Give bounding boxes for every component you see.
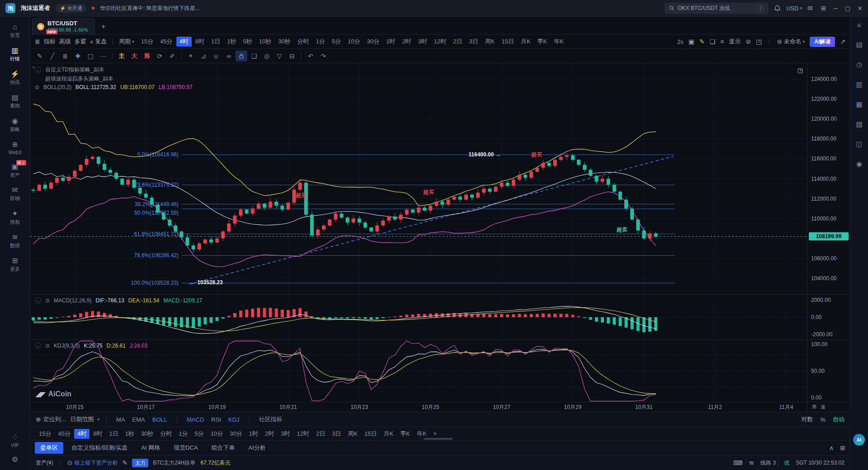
timeframe-10分[interactable]: 10分 (344, 37, 363, 47)
text-note-tool-icon[interactable]: ❏ (248, 51, 260, 61)
hide-drawings-icon[interactable]: ⊘ (745, 38, 751, 45)
community-indicators[interactable]: 社区指标 (259, 415, 283, 423)
timeframe-月K[interactable]: 月K (518, 37, 534, 47)
timeframe-5秒[interactable]: 5秒 (240, 37, 255, 47)
filter-tool-icon[interactable]: ▽ (274, 51, 285, 61)
trendline-tool-icon[interactable]: ╱ (47, 51, 58, 61)
timeframe-10分[interactable]: 10分 (208, 429, 226, 439)
add-tab-button[interactable]: + (101, 23, 105, 31)
sidebar-item-news[interactable]: ▤要闻 (0, 90, 30, 113)
timeframe-2时[interactable]: 2时 (262, 429, 277, 439)
not-activated-badge[interactable]: ⚡ 未开通 (56, 4, 86, 13)
measure-tool-icon[interactable]: ⊿ (198, 51, 209, 61)
brush-tool-icon[interactable]: ✐ (166, 51, 178, 61)
timeframe-10秒[interactable]: 10秒 (256, 37, 274, 47)
timeframe-3时[interactable]: 3时 (278, 429, 293, 439)
timeframe-5分[interactable]: 5分 (329, 37, 344, 47)
crosshair-tool-icon[interactable]: ⌖ (185, 51, 197, 61)
screenshot-icon[interactable]: ▣ (689, 38, 694, 45)
sidebar-item-strategy[interactable]: ◉策略 (0, 113, 30, 137)
draw-pencil-icon[interactable]: ✎ (34, 51, 46, 61)
sidebar-item-web3[interactable]: ⊕Web3 (0, 137, 30, 159)
tab-AI分析[interactable]: AI分析 (243, 442, 271, 454)
redo-icon[interactable]: ↷ (317, 51, 329, 61)
chip-distribution-toggle[interactable]: 筹 (141, 51, 153, 61)
indicator-MACD[interactable]: MACD (187, 416, 204, 423)
more-draw-tools-icon[interactable]: ⋯ (97, 51, 109, 61)
timeframe-45分[interactable]: 45分 (55, 429, 73, 439)
price-axis[interactable]: 108199.99 124000.00122000.00120000.00118… (807, 63, 850, 294)
chain-analysis-link[interactable]: ⊙链上链下资产分析 (67, 459, 118, 467)
open-window-icon[interactable]: ⊞ (821, 5, 826, 12)
log-scale-toggle[interactable]: 对数 (801, 415, 813, 423)
live-banner[interactable]: 华尔街社区直播中: 降息落地行情下跌是... (100, 5, 200, 12)
timeframe-12时[interactable]: 12时 (431, 37, 449, 47)
panel-list-icon[interactable]: ≡ (857, 21, 861, 29)
timeframe-1日[interactable]: 1日 (208, 37, 223, 47)
object-tree-icon[interactable]: ≡ (720, 38, 724, 45)
help-panel-icon[interactable]: ◉ (856, 160, 862, 168)
cross-tool-icon[interactable]: ✚ (72, 51, 84, 61)
timeframe-季K[interactable]: 季K (534, 37, 551, 47)
tab-AI 网格[interactable]: AI 网格 (136, 442, 165, 454)
timeframe-1时[interactable]: 1时 (246, 429, 261, 439)
undo-icon[interactable]: ↶ (305, 51, 316, 61)
timeframe-3时[interactable]: 3时 (415, 37, 430, 47)
depth-panel-icon[interactable]: ▦ (856, 100, 862, 108)
sidebar-item-auth[interactable]: ✦授权 (0, 206, 30, 230)
strategy-label-2[interactable]: 超级波段追踪多头策略_副本 (45, 75, 113, 83)
share-icon[interactable]: ↗ (840, 38, 845, 45)
boll-visibility-icon[interactable]: ⊙ (35, 84, 39, 90)
indicator-RSI[interactable]: RSI (211, 416, 221, 423)
multi-window-button[interactable]: 多窗 (75, 38, 86, 46)
timeframe-2日[interactable]: 2日 (313, 429, 328, 439)
timeframe-月K[interactable]: 月K (381, 429, 397, 439)
timeframe-8时[interactable]: 8时 (90, 429, 105, 439)
asset-label[interactable]: 资产(¥) (36, 459, 53, 467)
sidebar-item-assets[interactable]: 链上▣资产 (0, 159, 30, 183)
collapse-kdj-icon[interactable]: ⌄ (35, 343, 41, 349)
kdj-label[interactable]: KDJ(9,3,3) (54, 343, 80, 349)
collapse-strategy-icon[interactable]: ⌄ (35, 67, 41, 73)
timeframe-4时[interactable]: 4时 (74, 429, 90, 439)
indicator-MA[interactable]: MA (116, 416, 125, 423)
line-status[interactable]: 线路 3 : 优 (760, 459, 789, 467)
sidebar-item-home[interactable]: ⌂首页 (0, 19, 30, 43)
sidebar-item-data[interactable]: ≋数据 (0, 230, 30, 253)
indicators-button[interactable]: 指标 (44, 38, 56, 46)
timeframe-15日[interactable]: 15日 (361, 429, 380, 439)
currency-dropdown[interactable]: USD▾ (786, 5, 802, 12)
lock-drawings-icon[interactable] (236, 51, 247, 61)
app-logo[interactable]: 泡 (5, 3, 15, 13)
timeframe-1分[interactable]: 1分 (175, 429, 191, 439)
timeframe-1日[interactable]: 1日 (106, 429, 121, 439)
tab-现货DCA[interactable]: 现货DCA (168, 442, 203, 454)
timeframe-15分[interactable]: 15分 (138, 37, 156, 47)
enlarge-toggle[interactable]: 大 (128, 51, 140, 61)
news-panel-icon[interactable]: ▧ (856, 120, 862, 128)
watchlist-panel-icon[interactable]: ▤ (856, 41, 862, 49)
close-button[interactable]: ✕ (858, 5, 863, 12)
timeframe-3日[interactable]: 3日 (466, 37, 481, 47)
timeframe-30秒[interactable]: 30秒 (138, 429, 156, 439)
fullscreen-icon[interactable]: ◳ (756, 38, 762, 45)
kdj-visibility-icon[interactable]: ⊙ (45, 343, 50, 349)
macd-axis[interactable]: 2000.000.00-2000.00 (807, 295, 850, 339)
comment-icon[interactable]: ❏ (710, 38, 716, 45)
replay-button[interactable]: « 复盘 (90, 38, 107, 46)
chip-toggle[interactable]: 筹 (812, 404, 817, 410)
boll-label[interactable]: BOLL(20,2) (43, 84, 71, 90)
timeframe-年K[interactable]: 年K (414, 429, 430, 439)
sidebar-item-flash-news[interactable]: ⚡快讯 (0, 66, 30, 90)
orderbook-panel-icon[interactable]: ◫ (856, 140, 862, 148)
symbol-tab[interactable]: B BTC/USDT 108199.88 -1.66% NEW (32, 18, 95, 34)
timeframe-3日[interactable]: 3日 (329, 429, 344, 439)
sidebar-item-settings[interactable]: ⚙ (0, 452, 30, 467)
main-chart-canvas[interactable]: 0.0%(116416.96)23.6%(113375.22)38.2%(111… (30, 63, 807, 294)
timeframe-2日[interactable]: 2日 (450, 37, 465, 47)
time-axis[interactable]: 10月1510月1710月1910月2110月2310月2510月2710月29… (30, 402, 850, 412)
advanced-button[interactable]: 高级 (59, 38, 71, 46)
collapse-panel-icon[interactable]: ∧ (829, 444, 834, 451)
link-tool-icon[interactable]: ∞ (223, 51, 235, 61)
indicator-EMA[interactable]: EMA (132, 416, 145, 423)
